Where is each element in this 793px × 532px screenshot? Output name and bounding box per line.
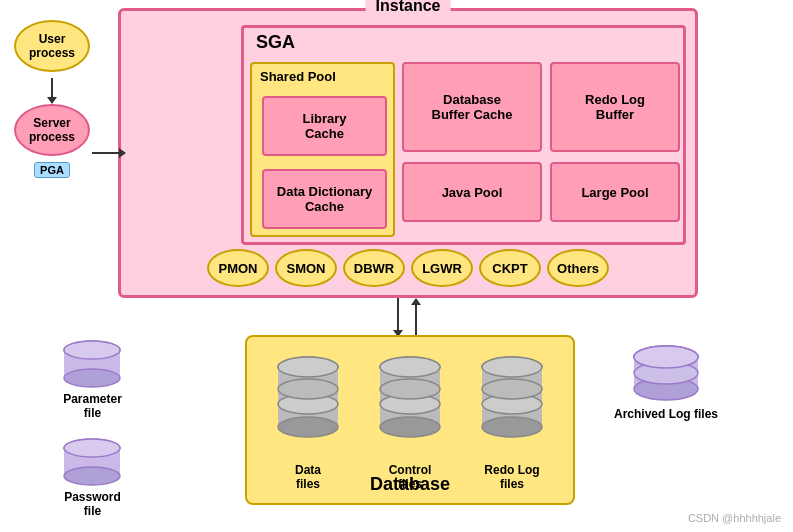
bg-processes-row: PMON SMON DBWR LGWR CKPT Others (121, 249, 695, 287)
process-ckpt: CKPT (479, 249, 541, 287)
svg-point-5 (278, 379, 338, 399)
archived-log-files-label: Archived Log files (614, 407, 718, 421)
left-files: Parameterfile Passwordfile (60, 340, 125, 518)
control-files-label: Controlfiles (389, 463, 432, 491)
password-file: Passwordfile (60, 438, 125, 518)
svg-point-21 (64, 341, 120, 359)
java-pool-box: Java Pool (402, 162, 542, 222)
user-to-server-arrow (51, 78, 53, 98)
db-cylinders: Datafiles Controlfiles (257, 349, 563, 491)
parameter-file: Parameterfile (60, 340, 125, 420)
process-smon: SMON (275, 249, 337, 287)
svg-point-8 (380, 417, 440, 437)
library-cache-box: LibraryCache (262, 96, 387, 156)
svg-point-2 (278, 417, 338, 437)
redo-log-buffer-box: Redo LogBuffer (550, 62, 680, 152)
instance-box: Instance SGA Shared Pool LibraryCache Da… (118, 8, 698, 298)
user-process: Userprocess (14, 20, 90, 72)
database-box: Database Datafiles (245, 335, 575, 505)
data-files-cyl: Datafiles (273, 349, 343, 491)
svg-point-31 (634, 346, 698, 368)
shared-pool-label: Shared Pool (260, 69, 336, 84)
sga-label: SGA (256, 32, 295, 53)
data-files-label: Datafiles (295, 463, 321, 491)
archived-files: Archived Log files (614, 345, 718, 421)
svg-point-11 (380, 379, 440, 399)
data-dict-cache-box: Data DictionaryCache (262, 169, 387, 229)
shared-pool-box: Shared Pool LibraryCache Data Dictionary… (250, 62, 395, 237)
svg-point-14 (482, 417, 542, 437)
redo-log-files-label: Redo Logfiles (484, 463, 539, 491)
large-pool-box: Large Pool (550, 162, 680, 222)
watermark: CSDN @hhhhhjale (688, 512, 781, 524)
process-others: Others (547, 249, 609, 287)
process-lgwr: LGWR (411, 249, 473, 287)
instance-to-db-arrows (393, 298, 421, 337)
svg-point-25 (64, 439, 120, 457)
svg-point-3 (278, 357, 338, 377)
svg-point-24 (64, 467, 120, 485)
svg-point-9 (380, 357, 440, 377)
diagram: Instance SGA Shared Pool LibraryCache Da… (0, 0, 793, 532)
control-files-cyl: Controlfiles (375, 349, 445, 491)
svg-point-17 (482, 379, 542, 399)
server-process: Serverprocess (14, 104, 90, 156)
pga-badge: PGA (34, 162, 70, 178)
instance-label: Instance (366, 0, 451, 15)
sga-box: SGA Shared Pool LibraryCache Data Dictio… (241, 25, 686, 245)
redo-log-files-cyl: Redo Logfiles (477, 349, 547, 491)
db-buffer-cache-box: DatabaseBuffer Cache (402, 62, 542, 152)
process-pmon: PMON (207, 249, 269, 287)
parameter-file-label: Parameterfile (63, 392, 122, 420)
process-dbwr: DBWR (343, 249, 405, 287)
server-to-instance-arrow (92, 142, 120, 157)
password-file-label: Passwordfile (64, 490, 121, 518)
svg-point-20 (64, 369, 120, 387)
svg-point-15 (482, 357, 542, 377)
